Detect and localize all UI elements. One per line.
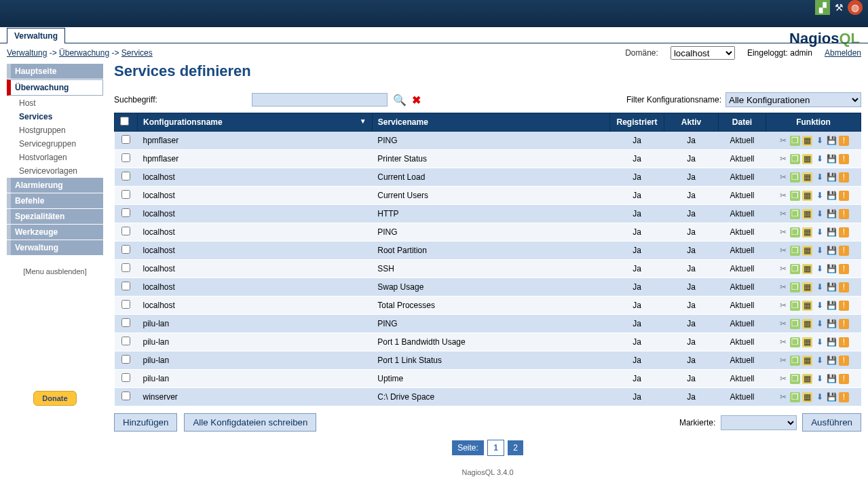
settings-icon[interactable]: ⚒ <box>831 0 846 15</box>
filter-config-select[interactable]: Alle Konfigurationen <box>725 92 861 107</box>
delete-icon[interactable]: ▦ <box>802 374 812 384</box>
download-icon[interactable]: ⬇ <box>814 264 825 274</box>
edit-icon[interactable]: ✂ <box>778 246 788 256</box>
clear-search-icon[interactable]: ✖ <box>412 94 421 107</box>
row-checkbox[interactable] <box>121 355 130 364</box>
copy-icon[interactable]: ❐ <box>790 337 800 347</box>
cell-config[interactable]: hpmflaser <box>138 150 373 168</box>
delete-icon[interactable]: ▦ <box>802 246 812 256</box>
cell-service[interactable]: Uptime <box>372 370 609 388</box>
info-icon[interactable]: ! <box>839 136 849 146</box>
row-checkbox[interactable] <box>121 153 130 162</box>
donate-button[interactable]: Donate <box>33 391 76 406</box>
copy-icon[interactable]: ❐ <box>790 374 800 384</box>
download-icon[interactable]: ⬇ <box>814 209 825 219</box>
th-file[interactable]: Datei <box>719 113 766 132</box>
delete-icon[interactable]: ▦ <box>802 172 812 183</box>
copy-icon[interactable]: ❐ <box>790 356 800 366</box>
copy-icon[interactable]: ❐ <box>790 136 800 146</box>
cell-service[interactable]: PING <box>372 132 609 150</box>
save-icon[interactable]: 💾 <box>827 282 837 292</box>
th-registered[interactable]: Registriert <box>610 113 664 132</box>
delete-icon[interactable]: ▦ <box>802 136 812 146</box>
delete-icon[interactable]: ▦ <box>802 264 812 274</box>
cell-config[interactable]: localhost <box>138 187 373 205</box>
download-icon[interactable]: ⬇ <box>814 319 825 329</box>
row-checkbox[interactable] <box>121 245 130 254</box>
save-icon[interactable]: 💾 <box>827 154 837 164</box>
cell-service[interactable]: C:\ Drive Space <box>372 388 609 406</box>
copy-icon[interactable]: ❐ <box>790 154 800 164</box>
sidebar-item-4[interactable]: Spezialitäten <box>7 209 103 224</box>
save-icon[interactable]: 💾 <box>827 246 837 256</box>
th-service[interactable]: Servicename <box>372 113 609 132</box>
sidebar-item-6[interactable]: Verwaltung <box>7 240 103 255</box>
cell-service[interactable]: Total Processes <box>372 297 609 315</box>
cell-config[interactable]: localhost <box>138 278 373 297</box>
edit-icon[interactable]: ✂ <box>778 209 788 219</box>
sidebar-sub-4[interactable]: Hostvorlagen <box>7 151 103 164</box>
logout-link[interactable]: Abmelden <box>825 48 861 58</box>
search-icon[interactable]: 🔍 <box>393 94 407 107</box>
edit-icon[interactable]: ✂ <box>778 392 788 402</box>
edit-icon[interactable]: ✂ <box>778 301 788 311</box>
copy-icon[interactable]: ❐ <box>790 246 800 256</box>
row-checkbox[interactable] <box>121 263 130 272</box>
cell-service[interactable]: Printer Status <box>372 150 609 168</box>
sidebar-sub-5[interactable]: Servicevorlagen <box>7 164 103 178</box>
cell-config[interactable]: winserver <box>138 388 373 406</box>
info-icon[interactable]: ! <box>839 301 849 311</box>
copy-icon[interactable]: ❐ <box>790 209 800 219</box>
save-icon[interactable]: 💾 <box>827 301 837 311</box>
cell-config[interactable]: localhost <box>138 260 373 278</box>
cell-config[interactable]: localhost <box>138 242 373 260</box>
edit-icon[interactable]: ✂ <box>778 136 788 146</box>
edit-icon[interactable]: ✂ <box>778 172 788 183</box>
copy-icon[interactable]: ❐ <box>790 392 800 402</box>
sidebar-item-1[interactable]: Überwachung <box>7 79 103 96</box>
marked-select[interactable] <box>721 415 797 430</box>
cell-config[interactable]: pilu-lan <box>138 333 373 351</box>
edit-icon[interactable]: ✂ <box>778 282 788 292</box>
delete-icon[interactable]: ▦ <box>802 319 812 329</box>
info-icon[interactable]: ! <box>839 209 849 219</box>
download-icon[interactable]: ⬇ <box>814 282 825 292</box>
download-icon[interactable]: ⬇ <box>814 356 825 366</box>
save-icon[interactable]: 💾 <box>827 191 837 201</box>
info-icon[interactable]: ! <box>839 154 849 164</box>
delete-icon[interactable]: ▦ <box>802 356 812 366</box>
row-checkbox[interactable] <box>121 392 130 400</box>
cell-service[interactable]: Port 1 Link Status <box>372 351 609 370</box>
copy-icon[interactable]: ❐ <box>790 191 800 201</box>
th-active[interactable]: Aktiv <box>664 113 719 132</box>
delete-icon[interactable]: ▦ <box>802 392 812 402</box>
edit-icon[interactable]: ✂ <box>778 227 788 237</box>
download-icon[interactable]: ⬇ <box>814 136 825 146</box>
cell-config[interactable]: localhost <box>138 223 373 242</box>
save-icon[interactable]: 💾 <box>827 319 837 329</box>
info-icon[interactable]: ! <box>839 392 849 402</box>
save-icon[interactable]: 💾 <box>827 172 837 183</box>
sidebar-sub-3[interactable]: Servicegruppen <box>7 137 103 151</box>
cell-config[interactable]: hpmflaser <box>138 132 373 150</box>
stats-icon[interactable]: ▞ <box>815 0 830 15</box>
sidebar-sub-2[interactable]: Hostgruppen <box>7 123 103 137</box>
copy-icon[interactable]: ❐ <box>790 282 800 292</box>
row-checkbox[interactable] <box>121 208 130 217</box>
row-checkbox[interactable] <box>121 300 130 309</box>
delete-icon[interactable]: ▦ <box>802 191 812 201</box>
save-icon[interactable]: 💾 <box>827 227 837 237</box>
info-icon[interactable]: ! <box>839 191 849 201</box>
info-icon[interactable]: ! <box>839 374 849 384</box>
write-all-button[interactable]: Alle Konfigdateien schreiben <box>184 413 316 432</box>
page-1[interactable]: 1 <box>487 440 504 456</box>
delete-icon[interactable]: ▦ <box>802 282 812 292</box>
row-checkbox[interactable] <box>121 318 130 327</box>
cell-service[interactable]: Current Users <box>372 187 609 205</box>
download-icon[interactable]: ⬇ <box>814 301 825 311</box>
save-icon[interactable]: 💾 <box>827 392 837 402</box>
cell-service[interactable]: Current Load <box>372 168 609 187</box>
edit-icon[interactable]: ✂ <box>778 337 788 347</box>
cell-service[interactable]: Root Partition <box>372 242 609 260</box>
cell-config[interactable]: localhost <box>138 297 373 315</box>
